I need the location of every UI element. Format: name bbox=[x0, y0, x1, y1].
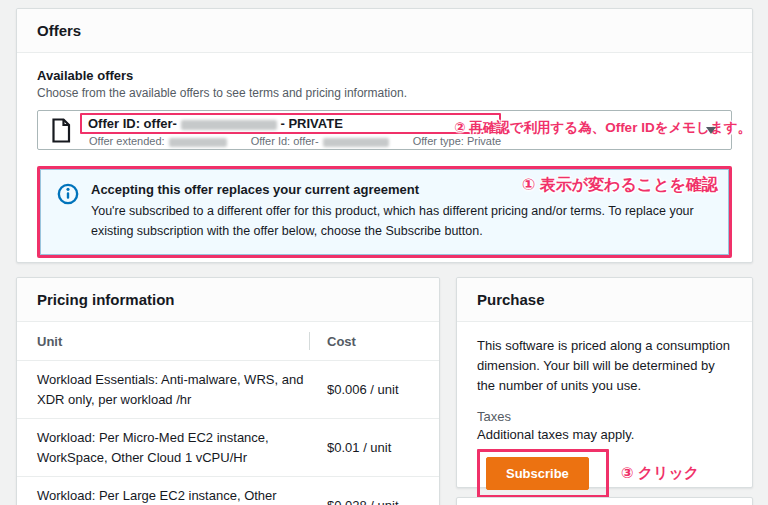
subscribe-highlight-box: Subscribe bbox=[477, 449, 609, 498]
subscribe-button[interactable]: Subscribe bbox=[486, 457, 589, 490]
purchase-card-title: Purchase bbox=[457, 278, 752, 322]
offer-select-dropdown[interactable]: Offer ID: offer- - PRIVATE Offer extende… bbox=[37, 110, 732, 150]
offer-id-highlight-box: Offer ID: offer- - PRIVATE bbox=[80, 113, 501, 134]
cost-cell: $0.028 / unit bbox=[327, 496, 419, 505]
subscribe-row: Subscribe ③ クリック bbox=[477, 449, 732, 498]
unit-cell: Workload: Per Large EC2 instance, Other … bbox=[37, 486, 327, 505]
cost-cell: $0.01 / unit bbox=[327, 438, 419, 458]
pricing-card-title: Pricing information bbox=[17, 278, 439, 322]
offers-card-title: Offers bbox=[17, 9, 752, 53]
unit-cell: Workload: Per Micro-Med EC2 instance, Wo… bbox=[37, 428, 327, 467]
alert-highlight-box: Accepting this offer replaces your curre… bbox=[37, 166, 732, 258]
redacted-offer-id-meta bbox=[323, 138, 389, 147]
purchase-card-body: This software is priced along a consumpt… bbox=[457, 322, 752, 505]
annotation-step1: ① 表示が変わることを確認 bbox=[522, 175, 718, 196]
redacted-offer-extended-date bbox=[169, 138, 227, 147]
purchase-card: Purchase This software is priced along a… bbox=[456, 277, 753, 488]
column-header-unit: Unit bbox=[37, 334, 309, 349]
pricing-table-header: Unit Cost bbox=[17, 322, 439, 361]
pricing-information-card: Pricing information Unit Cost Workload E… bbox=[16, 277, 440, 505]
column-divider bbox=[309, 332, 310, 350]
table-row: Workload: Per Large EC2 instance, Other … bbox=[17, 477, 439, 505]
info-icon bbox=[57, 181, 79, 241]
offer-id-label: Offer ID: offer- - PRIVATE bbox=[88, 116, 343, 131]
alert-body: You're subscribed to a different offer f… bbox=[91, 201, 712, 241]
offers-card-body: Available offers Choose from the availab… bbox=[17, 53, 752, 273]
available-offers-title: Available offers bbox=[37, 68, 732, 83]
next-card-partial bbox=[456, 497, 753, 505]
offer-id-meta-label: Offer Id: offer- bbox=[251, 135, 389, 147]
offer-extended-label: Offer extended: bbox=[89, 135, 227, 147]
offers-card: Offers Available offers Choose from the … bbox=[16, 8, 753, 263]
unit-cell: Workload Essentials: Anti-malware, WRS, … bbox=[37, 370, 327, 409]
taxes-note: Additional taxes may apply. bbox=[477, 427, 732, 442]
purchase-description: This software is priced along a consumpt… bbox=[477, 336, 732, 396]
cost-cell: $0.006 / unit bbox=[327, 380, 419, 400]
taxes-label: Taxes bbox=[477, 409, 732, 424]
redacted-offer-id bbox=[181, 120, 277, 130]
offer-meta-line: Offer extended: Offer Id: offer- Offer t… bbox=[80, 135, 501, 147]
offer-select-text: Offer ID: offer- - PRIVATE Offer extende… bbox=[80, 113, 501, 147]
table-row: Workload Essentials: Anti-malware, WRS, … bbox=[17, 361, 439, 419]
available-offers-description: Choose from the available offers to see … bbox=[37, 86, 732, 100]
column-header-cost: Cost bbox=[327, 334, 419, 349]
annotation-step3: ③ クリック bbox=[621, 464, 699, 483]
table-row: Workload: Per Micro-Med EC2 instance, Wo… bbox=[17, 419, 439, 477]
replace-agreement-alert: Accepting this offer replaces your curre… bbox=[40, 169, 729, 255]
document-icon bbox=[51, 118, 71, 143]
chevron-down-icon bbox=[706, 127, 716, 134]
